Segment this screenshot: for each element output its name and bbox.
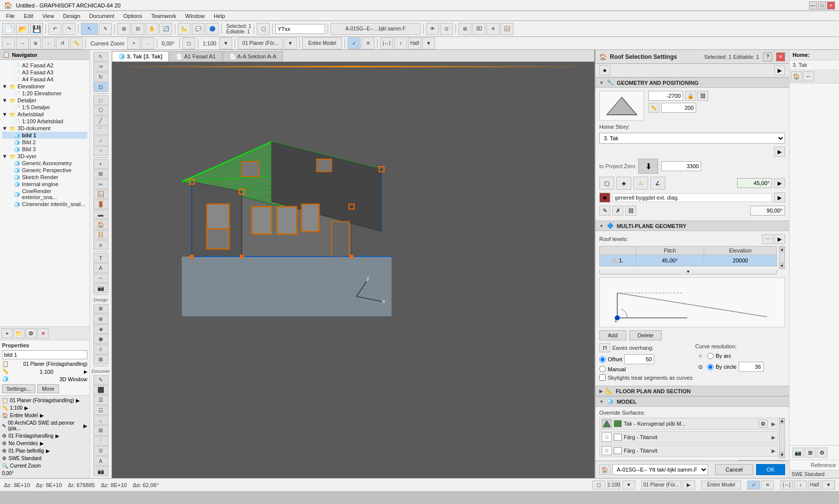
select-tool[interactable]: ↖ <box>81 23 98 35</box>
angle-icon[interactable]: ∠ <box>650 177 665 190</box>
misc-btn3[interactable]: Half <box>408 37 421 49</box>
eaves-icon[interactable]: ⊓ <box>599 343 610 352</box>
cancel-btn[interactable]: Cancel <box>715 464 753 475</box>
tool-stair[interactable]: 🪜 <box>93 230 108 240</box>
surface-type-icon[interactable]: ■ <box>599 193 610 203</box>
refresh-btn[interactable]: ↺ <box>56 37 69 49</box>
tool-label[interactable]: A <box>93 263 108 272</box>
zoom-btn[interactable]: ⊞ <box>117 23 130 35</box>
geom-width-input[interactable] <box>661 103 696 113</box>
tool-polygon[interactable]: ⬡ <box>93 105 108 115</box>
menu-help[interactable]: Help <box>210 12 229 20</box>
tool-d1[interactable]: ⊗ <box>93 304 108 313</box>
settings-view-btn[interactable]: ⚙ <box>25 328 36 338</box>
cancel-x-btn[interactable]: ✕ <box>362 37 375 49</box>
menu-teamwork[interactable]: Teamwork <box>147 12 180 20</box>
settings-btn[interactable]: Settings... <box>2 384 35 393</box>
pointer-tool[interactable]: ✎ <box>99 23 112 35</box>
more-btn[interactable]: More <box>37 384 59 393</box>
nav-item-befintlig[interactable]: ⚙ 01 Plan befintlig ▶ <box>1 447 88 455</box>
tool-rect[interactable]: □ <box>93 95 108 105</box>
tool-wall[interactable]: ▪ <box>93 159 108 169</box>
tool-doc2[interactable]: ⬛ <box>93 385 108 395</box>
project-zero-input[interactable] <box>661 161 701 171</box>
open-button[interactable]: 📂 <box>16 23 29 35</box>
tool-rail[interactable]: ≡ <box>93 240 108 250</box>
tool-doc9[interactable]: A <box>93 456 108 466</box>
erase-icon[interactable]: ✗ <box>612 206 623 216</box>
tool-doc8[interactable]: ① <box>93 446 108 456</box>
settings-nav-btn[interactable]: ⚙ <box>817 448 828 458</box>
tree-item-arbetsblad100[interactable]: 📄 1:100 Arbetsblad <box>2 118 87 125</box>
misc-bottom-4[interactable]: ▼ <box>822 481 835 490</box>
tree-item-bild2[interactable]: 🧊 Bild 2 <box>2 139 87 146</box>
eaves-offset-input[interactable] <box>624 354 654 364</box>
misc-bottom-3[interactable]: Half <box>808 481 821 490</box>
redo-button[interactable]: ↷ <box>62 23 75 35</box>
tool-circle[interactable]: ○ <box>93 136 108 145</box>
tool-beam[interactable]: ═ <box>93 179 108 189</box>
table-scroll-down[interactable]: ▼ <box>599 269 777 274</box>
expand-right-icon[interactable]: ▶ <box>774 178 785 188</box>
scale-arrow[interactable]: ▶ <box>84 369 87 374</box>
surface-icon-2[interactable]: ◈ <box>616 177 631 190</box>
delete-level-btn[interactable]: Delete <box>629 330 662 340</box>
forward-btn[interactable]: → <box>16 37 29 49</box>
surface-scroll-up[interactable]: ▲ <box>780 418 785 424</box>
dialog-close-btn[interactable]: ✕ <box>776 52 785 61</box>
tool-camera[interactable]: 📷 <box>93 283 108 293</box>
menu-edit[interactable]: Edit <box>20 12 37 20</box>
by-circle-radio[interactable] <box>707 364 714 370</box>
plan-btn[interactable]: 01 Planer (För... <box>238 37 283 49</box>
menu-document[interactable]: Document <box>85 12 118 20</box>
tree-item-a2fasad[interactable]: 📄 A2 Fasad A2 <box>2 62 87 69</box>
undo-button[interactable]: ↶ <box>48 23 61 35</box>
snap-icon-bottom[interactable]: ◻ <box>592 481 605 490</box>
eaves-manual-radio[interactable] <box>599 366 606 372</box>
tool-arc[interactable]: ⌒ <box>93 126 108 135</box>
measure-icon[interactable]: 📏 <box>648 103 659 113</box>
link-icon[interactable]: ⛓ <box>625 206 636 216</box>
folder-btn[interactable]: 📁 <box>13 328 24 338</box>
pan-btn[interactable]: ✋ <box>145 23 158 35</box>
tool-d4[interactable]: ◉ <box>93 334 108 344</box>
tree-item-generic-persp[interactable]: 🧊 Generic Perspective <box>2 167 87 174</box>
pitch-input[interactable] <box>656 256 684 265</box>
measure-btn[interactable]: 📐 <box>178 23 191 35</box>
tool-d2[interactable]: ⊕ <box>93 314 108 323</box>
tool-d5[interactable]: ◊ <box>93 344 108 354</box>
misc-bottom-2[interactable]: ↕ <box>794 481 807 490</box>
plan-arr-bottom[interactable]: ▶ <box>682 481 695 490</box>
menu-view[interactable]: View <box>38 12 58 20</box>
filter-btn[interactable]: ⊙ <box>440 23 453 35</box>
scroll-up-btn[interactable]: ▲ <box>780 247 785 252</box>
floor-section-header[interactable]: ▶ 📐 FLOOR PLAN AND SECTION <box>595 386 789 396</box>
surface-arrow-3[interactable]: ▶ <box>772 448 776 454</box>
skylights-checkbox[interactable] <box>599 374 606 381</box>
scale-bottom[interactable]: 1:100 <box>607 481 620 490</box>
tab-aa-sektion[interactable]: 📄 A-A Sektion A-A <box>223 51 283 61</box>
tool-doc6[interactable]: ⊞ <box>93 426 108 435</box>
menu-design[interactable]: Design <box>59 12 84 20</box>
maximize-button[interactable]: □ <box>818 1 826 9</box>
zoom-out-btn[interactable]: － <box>42 37 55 49</box>
tool-line[interactable]: ╱ <box>93 116 108 125</box>
new-button[interactable]: 📄 <box>2 23 15 35</box>
tool-rotate[interactable]: ↻ <box>93 72 108 82</box>
new-view-btn[interactable]: + <box>1 328 12 338</box>
angle-display[interactable] <box>737 178 772 188</box>
grid-icon-btn[interactable]: ⊞ <box>805 448 816 458</box>
tool-doc10[interactable]: 📷 <box>93 466 108 476</box>
tree-item-arbetsblad[interactable]: ▼ 📁 Arbetsblad <box>2 111 87 118</box>
tool-window[interactable]: 🪟 <box>93 190 108 199</box>
save-button[interactable]: 💾 <box>30 23 43 35</box>
home-story-select[interactable]: 3. Tak 1. Plan 2. Vån <box>599 133 785 144</box>
camera-btn[interactable]: 📷 <box>793 448 804 458</box>
misc-btn1[interactable]: |↔| <box>380 37 393 49</box>
scroll-down-btn[interactable]: ▼ <box>780 262 785 268</box>
ruler-btn[interactable]: 📏 <box>70 37 83 49</box>
tool-scale-t[interactable]: ⊡ <box>93 82 108 92</box>
by-circle-input[interactable] <box>739 362 764 372</box>
elevation-input[interactable] <box>725 256 755 265</box>
grid-btn[interactable]: ⊞ <box>458 23 471 35</box>
